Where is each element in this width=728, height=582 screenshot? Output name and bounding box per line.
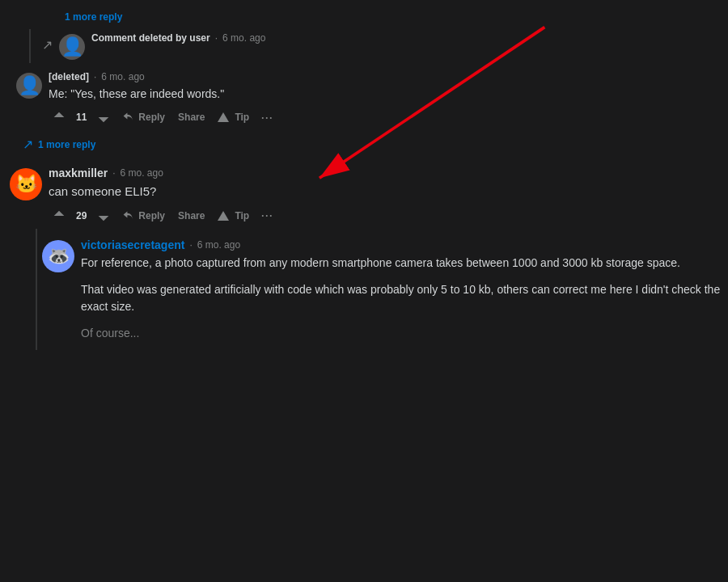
comment2-avatar: 🐱 — [10, 168, 42, 200]
comment2-row: 🐱 maxkmiller · 6 mo. ago can someone ELI… — [0, 158, 728, 229]
deleted-comment-author: Comment deleted by user — [91, 32, 210, 44]
comment2-downvote[interactable] — [93, 207, 114, 225]
comment1-upvote[interactable] — [49, 108, 70, 126]
comment1-dot: · — [94, 71, 96, 82]
comment2-actions: 29 Reply Share Tip — [49, 206, 722, 226]
redirect-icon: ↗ — [42, 37, 53, 60]
comment1-more-button[interactable]: ··· — [257, 109, 276, 126]
comment1-actions: 11 Reply Share Tip — [49, 108, 722, 127]
top-more-replies-link[interactable]: 1 more reply — [65, 11, 122, 23]
more-replies-container: ↗ 1 more reply — [0, 130, 728, 158]
comment1-text: Me: "Yes, these are indeed words." — [49, 86, 722, 103]
comment1-timestamp: 6 mo. ago — [101, 71, 144, 82]
comment1-share-button[interactable]: Share — [173, 108, 210, 126]
comment2-reply-icon — [122, 209, 135, 222]
deleted-comment-row: ↗ 👤 Comment deleted by user · 6 mo. ago — [0, 29, 728, 63]
comment2-timestamp: 6 mo. ago — [121, 167, 163, 179]
comment2-dot: · — [112, 167, 115, 179]
comment3-text3: Of course... — [81, 325, 722, 342]
comment1-vote-count: 11 — [76, 112, 87, 123]
comment1-avatar-icon: 👤 — [19, 75, 40, 96]
thread-line — [29, 29, 31, 63]
comment1-body: [deleted] · 6 mo. ago Me: "Yes, these ar… — [49, 71, 722, 127]
comment3-meta: victoriasecretagent · 6 mo. ago — [81, 238, 722, 251]
comment3-avatar: 🦝 — [42, 240, 74, 272]
deleted-comment-time: 6 mo. ago — [222, 32, 265, 44]
comment1-meta: [deleted] · 6 mo. ago — [49, 71, 722, 82]
comment3-timestamp: 6 mo. ago — [197, 239, 240, 251]
comment2-meta: maxkmiller · 6 mo. ago — [49, 167, 722, 179]
comments-container: 1 more reply ↗ 👤 Comment deleted by user… — [0, 0, 728, 356]
comment3-text2: That video was generated artificially wi… — [81, 281, 722, 315]
comment3-row: 🦝 victoriasecretagent · 6 mo. ago For re… — [0, 229, 728, 350]
comment2-reply-button[interactable]: Reply — [117, 206, 170, 226]
top-more-replies[interactable]: 1 more reply — [0, 6, 728, 29]
comment1-tip-button[interactable]: Tip — [213, 108, 254, 126]
deleted-comment-meta: Comment deleted by user · 6 mo. ago — [91, 32, 722, 44]
comment3-body: victoriasecretagent · 6 mo. ago For refe… — [81, 238, 722, 347]
deleted-user-icon: 👤 — [61, 36, 83, 57]
deleted-comment-timestamp: · — [215, 32, 218, 44]
comment2-upvote[interactable] — [49, 207, 70, 225]
comment1-row: 👤 [deleted] · 6 mo. ago Me: "Yes, these … — [0, 63, 728, 130]
page-content: 1 more reply ↗ 👤 Comment deleted by user… — [0, 0, 728, 356]
comment2-tip-button[interactable]: Tip — [213, 207, 254, 225]
comment2-share-button[interactable]: Share — [173, 207, 210, 225]
comment3-thread-line — [36, 229, 37, 350]
deleted-comment-body: Comment deleted by user · 6 mo. ago — [91, 32, 722, 60]
comment2-text: can someone ELI5? — [49, 183, 722, 201]
comment2-tip-icon — [218, 211, 229, 221]
comment1-reply-icon — [122, 111, 135, 124]
comment1-avatar: 👤 — [16, 73, 42, 99]
comment3-author: victoriasecretagent — [81, 238, 184, 251]
more-replies-link[interactable]: 1 more reply — [38, 139, 95, 150]
comment2-vote-count: 29 — [76, 210, 87, 221]
deleted-avatar: 👤 — [59, 34, 85, 60]
comment2-body: maxkmiller · 6 mo. ago can someone ELI5?… — [49, 167, 722, 226]
comment1-author: [deleted] — [49, 71, 89, 82]
comment3-dot: · — [189, 239, 192, 251]
comment3-text1: For reference, a photo captured from any… — [81, 255, 722, 272]
comment1-tip-icon — [218, 112, 229, 122]
comment1-reply-button[interactable]: Reply — [117, 108, 170, 127]
more-replies-icon: ↗ — [23, 137, 33, 152]
comment1-downvote[interactable] — [93, 108, 114, 126]
comment2-more-button[interactable]: ··· — [257, 207, 276, 224]
comment2-author: maxkmiller — [49, 167, 108, 179]
